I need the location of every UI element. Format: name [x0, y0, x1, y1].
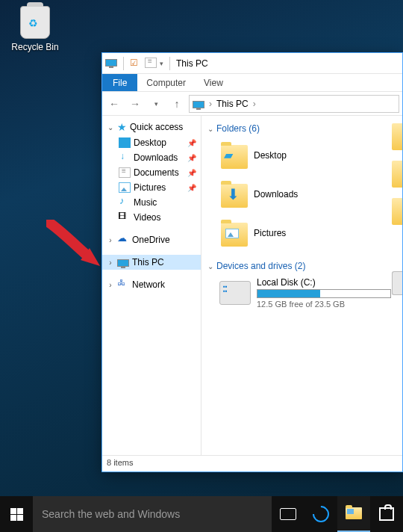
pin-icon: 📌 [187, 184, 199, 192]
store-button[interactable] [370, 496, 403, 532]
nav-videos[interactable]: Videos [102, 210, 201, 225]
folder-desktop[interactable]: ▰ Desktop [219, 137, 354, 174]
recycle-bin-icon: ♻ [20, 6, 50, 39]
folder-icon [219, 220, 249, 247]
file-explorer-icon [346, 507, 362, 519]
file-explorer-button[interactable] [337, 496, 370, 532]
tab-computer[interactable]: Computer [137, 74, 195, 91]
drive-free-text: 12.5 GB free of 23.5 GB [257, 300, 395, 309]
group-folders[interactable]: ⌄Folders (6) [207, 120, 402, 137]
start-button[interactable] [0, 496, 33, 532]
nav-network[interactable]: ›Network [102, 277, 201, 292]
navigation-pane: ⌄★ Quick access Desktop📌 Downloads📌 Docu… [102, 116, 202, 455]
forward-button[interactable]: → [126, 95, 144, 113]
tab-view[interactable]: View [195, 74, 232, 91]
nav-downloads[interactable]: Downloads📌 [102, 150, 201, 165]
search-placeholder: Search the web and Windows [42, 508, 180, 520]
drive-local-c[interactable]: ▪▪▪▪ Local Disk (C:) 12.5 GB free of 23.… [207, 277, 402, 309]
taskbar-search[interactable]: Search the web and Windows [33, 496, 272, 532]
status-bar: 8 items [102, 455, 402, 471]
pin-icon: 📌 [187, 154, 199, 162]
nav-quick-access[interactable]: ⌄★ Quick access [102, 119, 201, 135]
videos-icon [119, 212, 131, 223]
nav-pictures[interactable]: Pictures📌 [102, 180, 201, 195]
back-button[interactable]: ← [105, 95, 123, 113]
taskbar: Search the web and Windows [0, 496, 403, 532]
nav-desktop[interactable]: Desktop📌 [102, 135, 201, 150]
title-bar[interactable]: ☑ ▾ This PC [102, 53, 402, 74]
pc-icon [117, 259, 129, 267]
qat-newfolder-icon[interactable] [145, 58, 157, 69]
desktop-icon [119, 137, 131, 148]
nav-toolbar: ← → ▾ ↑ › This PC › [102, 92, 402, 116]
nav-this-pc[interactable]: ›This PC [102, 255, 201, 270]
pin-icon: 📌 [187, 169, 199, 177]
offscreen-items-peek [392, 117, 402, 455]
pictures-icon [119, 182, 131, 193]
edge-button[interactable] [304, 496, 337, 532]
nav-documents[interactable]: Documents📌 [102, 165, 201, 180]
qat-properties-icon[interactable]: ☑ [130, 58, 142, 69]
windows-logo-icon [10, 508, 23, 521]
folder-pictures[interactable]: Pictures [219, 214, 354, 252]
task-view-icon [280, 508, 296, 520]
folder-downloads[interactable]: ⬇ Downloads [219, 176, 354, 213]
item-count: 8 items [107, 458, 133, 467]
network-icon [117, 279, 129, 290]
star-icon: ★ [117, 121, 127, 133]
downloads-icon [119, 152, 131, 163]
recent-dropdown-icon[interactable]: ▾ [147, 95, 165, 113]
address-location: This PC [216, 99, 249, 109]
store-icon [379, 507, 394, 521]
documents-icon [119, 167, 131, 178]
folder-icon: ⬇ [219, 181, 249, 208]
file-explorer-window: ☑ ▾ This PC File Computer View ← → ▾ ↑ ›… [101, 52, 403, 472]
qat-dropdown-icon[interactable]: ▾ [160, 60, 163, 67]
group-devices[interactable]: ⌄Devices and drives (2) [207, 258, 402, 274]
window-title: This PC [176, 58, 208, 69]
folder-icon: ▰ [219, 142, 249, 169]
recycle-bin-label: Recycle Bin [9, 42, 61, 52]
drive-name: Local Disk (C:) [257, 277, 395, 288]
drive-icon: ▪▪▪▪ [219, 281, 251, 305]
onedrive-icon [117, 235, 129, 245]
nav-onedrive[interactable]: ›OneDrive [102, 232, 201, 247]
drive-usage-bar [257, 289, 391, 298]
pc-icon [193, 101, 204, 108]
pin-icon: 📌 [187, 139, 199, 147]
file-tab[interactable]: File [102, 74, 137, 91]
content-pane: ⌄Folders (6) ▰ Desktop ⬇ Downloads Pictu… [202, 116, 402, 455]
nav-music[interactable]: Music [102, 195, 201, 210]
callout-arrow-icon [46, 220, 106, 272]
task-view-button[interactable] [272, 496, 304, 532]
app-icon [105, 58, 117, 69]
recycle-bin[interactable]: ♻ Recycle Bin [9, 6, 61, 52]
up-button[interactable]: ↑ [168, 95, 186, 113]
ribbon-tabs: File Computer View [102, 74, 402, 92]
address-bar[interactable]: › This PC › [189, 95, 399, 113]
music-icon [119, 197, 131, 208]
edge-icon [309, 502, 332, 525]
